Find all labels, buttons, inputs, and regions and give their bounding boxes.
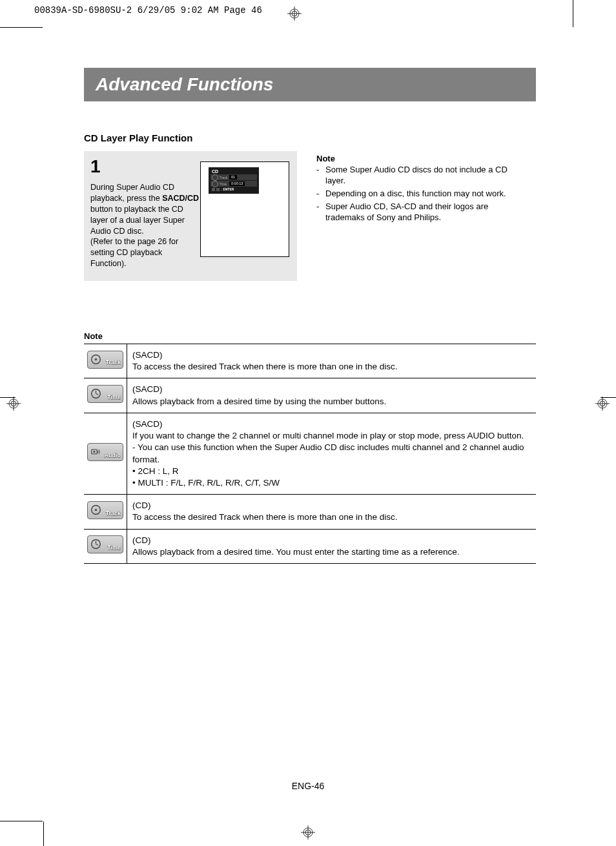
square-icon (212, 188, 215, 191)
square-icon (216, 188, 220, 191)
section-heading: CD Layer Play Function (84, 132, 536, 143)
table-row: Track(CD)To access the desired Track whe… (84, 495, 536, 529)
osd-time-label: Time (220, 182, 229, 186)
icon-cell: Time (84, 378, 127, 413)
crop-mark (43, 821, 44, 846)
osd-title: CD (210, 169, 257, 174)
svg-line-20 (96, 394, 98, 395)
description-cell: (SACD)Allows playback from a desired tim… (127, 378, 537, 413)
note-item: -Some Super Audio CD discs do not includ… (316, 165, 529, 187)
audio-button-icon: Audio (87, 443, 123, 461)
icon-cell: Track (84, 344, 127, 378)
osd-track-value: 01 (229, 175, 237, 180)
registration-mark-icon (6, 397, 21, 411)
note-text: Super Audio CD, SA-CD and their logos ar… (325, 201, 529, 223)
table-heading: Note (84, 331, 536, 341)
tv-screen-illustration: CD Track 01 Time 0:00:13 (200, 161, 289, 257)
time-button-icon: Time (87, 535, 123, 553)
icon-cell: Track (84, 495, 127, 529)
svg-point-17 (95, 358, 98, 360)
note-item: -Super Audio CD, SA-CD and their logos a… (316, 201, 529, 223)
registration-mark-icon (301, 825, 315, 840)
track-button-icon: Track (87, 351, 123, 369)
description-cell: (CD)To access the desired Track when the… (127, 495, 537, 529)
icon-label: Audio (105, 451, 121, 459)
osd-enter-hint: : ENTER (210, 187, 257, 191)
icon-label: Time (107, 544, 121, 552)
time-icon (90, 388, 101, 399)
note-text: Depending on a disc, this function may n… (325, 189, 529, 200)
icon-label: Track (105, 358, 121, 366)
step-text-tail: button to playback the CD layer of a dua… (90, 205, 185, 268)
dash: - (316, 201, 325, 223)
description-cell: (SACD)To access the desired Track when t… (127, 344, 537, 378)
note-text: Some Super Audio CD discs do not include… (325, 165, 529, 187)
osd-track-label: Track (220, 176, 229, 180)
note-item: -Depending on a disc, this function may … (316, 189, 529, 200)
side-notes: Note -Some Super Audio CD discs do not i… (316, 151, 529, 281)
icon-cell: Audio (84, 413, 127, 494)
track-button-icon: Track (87, 501, 123, 519)
print-slug: 00839A-SD-6980SU-2 6/29/05 9:02 AM Page … (34, 5, 262, 15)
track-icon (90, 504, 101, 515)
table-row: Audio(SACD)If you want to change the 2 c… (84, 413, 536, 494)
description-cell: (CD)Allows playback from a desired time.… (127, 529, 537, 563)
track-icon (90, 354, 101, 365)
icon-label: Time (107, 393, 121, 401)
registration-mark-icon (595, 397, 610, 411)
time-icon (90, 539, 101, 550)
step-box: 1 During Super Audio CD playback, press … (84, 151, 297, 281)
table-row: Time(SACD)Allows playback from a desired… (84, 378, 536, 413)
crop-mark (573, 0, 573, 27)
osd-panel: CD Track 01 Time 0:00:13 (209, 167, 259, 194)
osd-enter-label: ENTER (223, 187, 234, 191)
step-number: 1 (90, 156, 200, 177)
page-title: Advanced Functions (84, 68, 536, 101)
dash: - (316, 165, 325, 187)
step-instruction: During Super Audio CD playback, press th… (90, 182, 200, 269)
audio-icon (90, 446, 101, 457)
crop-mark (0, 821, 43, 821)
description-cell: (SACD)If you want to change the 2 channe… (127, 413, 537, 494)
icon-label: Track (105, 510, 121, 517)
dash: - (316, 189, 325, 200)
table-row: Track(SACD)To access the desired Track w… (84, 344, 536, 378)
svg-point-24 (95, 508, 98, 511)
osd-time-value: 0:00:13 (229, 181, 245, 186)
crop-mark (0, 27, 43, 28)
registration-mark-icon (287, 6, 302, 21)
page-number: ENG-46 (0, 781, 616, 791)
time-button-icon: Time (87, 385, 123, 403)
clock-icon (212, 181, 218, 187)
svg-line-27 (96, 544, 98, 546)
step-text-bold: SACD/CD (162, 194, 199, 203)
table-row: Time(CD)Allows playback from a desired t… (84, 529, 536, 563)
notes-heading: Note (316, 154, 529, 163)
function-table: Track(SACD)To access the desired Track w… (84, 344, 536, 564)
svg-point-22 (93, 451, 95, 453)
disc-icon (212, 174, 218, 181)
icon-cell: Time (84, 529, 127, 563)
